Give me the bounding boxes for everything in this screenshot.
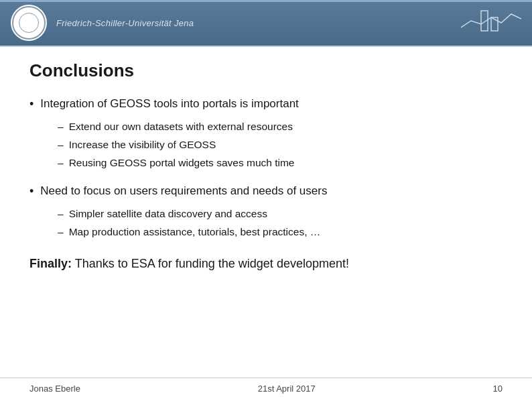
sub-bullets-1: – Extend our own datasets with external … (58, 119, 503, 170)
sub-bullet-text-1-3: Reusing GEOSS portal widgets saves much … (69, 156, 295, 170)
sub-bullet-1-2: – Increase the visibility of GEOSS (58, 137, 503, 152)
bullet-main-2: • Need to focus on users requirements an… (29, 183, 503, 200)
sub-bullet-text-1-1: Extend our own datasets with external re… (69, 119, 293, 134)
bullet-dot-2: • (29, 183, 34, 200)
bullet-dot-1: • (29, 96, 34, 113)
finally-text: Thanks to ESA for funding the widget dev… (72, 257, 349, 270)
bullet-section-2: • Need to focus on users requirements an… (29, 183, 503, 239)
bullet-text-2: Need to focus on users requirements and … (40, 183, 327, 199)
footer-page: 10 (493, 384, 503, 394)
header-chart-decoration (461, 4, 521, 39)
sub-bullet-2-1: – Simpler satellite data discovery and a… (58, 207, 503, 221)
bullet-main-1: • Integration of GEOSS tools into portal… (29, 96, 503, 113)
sub-dash-2-2: – (58, 225, 64, 239)
logo-circle (12, 6, 46, 40)
finally-section: Finally: Thanks to ESA for funding the w… (29, 255, 503, 272)
sub-bullet-1-3: – Reusing GEOSS portal widgets saves muc… (58, 156, 503, 170)
sub-dash-2-1: – (58, 207, 64, 221)
logo-inner (19, 13, 39, 33)
university-logo (11, 5, 47, 41)
sub-bullet-2-2: – Map production assistance, tutorials, … (58, 225, 503, 239)
sub-bullets-2: – Simpler satellite data discovery and a… (58, 207, 503, 239)
bullet-text-1: Integration of GEOSS tools into portals … (40, 96, 299, 112)
footer-date: 21st April 2017 (258, 384, 316, 394)
sub-bullet-text-2-1: Simpler satellite data discovery and acc… (69, 207, 267, 221)
sub-dash-1-1: – (58, 119, 64, 134)
sub-dash-1-3: – (58, 156, 64, 170)
main-content: Conclusions • Integration of GEOSS tools… (0, 47, 532, 272)
university-name: Friedrich-Schiller-Universität Jena (56, 18, 194, 28)
sub-bullet-text-2-2: Map production assistance, tutorials, be… (69, 225, 321, 239)
header-top-line (0, 0, 532, 2)
footer-author: Jonas Eberle (29, 384, 80, 394)
header: Friedrich-Schiller-Universität Jena (0, 0, 532, 46)
finally-label: Finally: (29, 257, 72, 270)
sub-dash-1-2: – (58, 137, 64, 152)
footer: Jonas Eberle 21st April 2017 10 (0, 378, 532, 399)
sub-bullet-text-1-2: Increase the visibility of GEOSS (69, 137, 216, 152)
sub-bullet-1-1: – Extend our own datasets with external … (58, 119, 503, 134)
slide-title: Conclusions (29, 60, 503, 81)
bullet-section-1: • Integration of GEOSS tools into portal… (29, 96, 503, 170)
